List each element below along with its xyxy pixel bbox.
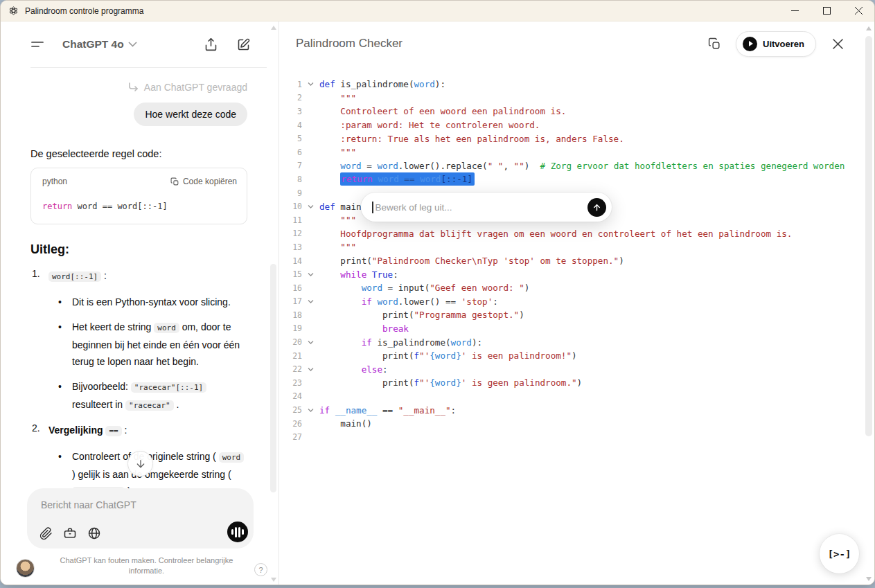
play-icon	[743, 37, 757, 51]
code-language-label: python	[42, 177, 67, 186]
code-area[interactable]: 1def is_palindrome(word):2 """3 Controle…	[279, 78, 863, 585]
item-title: word[::-1] :	[48, 267, 247, 285]
sidebar-scrollbar[interactable]	[269, 24, 278, 583]
bullet-item: •Dit is een Python-syntax voor slicing.	[48, 294, 247, 310]
code-line[interactable]: 21 print(f"'{word}' is een palindroom!")	[279, 349, 863, 363]
code-line[interactable]: 12 Hoofdprogramma dat blijft vragen om e…	[279, 227, 863, 241]
code-line[interactable]: 14 print("Palindroom Checker\nTyp 'stop'…	[279, 254, 863, 268]
copy-canvas-button[interactable]	[702, 32, 726, 55]
line-number: 22	[279, 364, 302, 374]
code-snippet-card: python Code kopiëren return word == word…	[30, 168, 247, 224]
code-line[interactable]: 24	[279, 390, 863, 404]
inline-code: "racecar"	[125, 400, 174, 411]
scrollbar-up-arrow[interactable]	[866, 26, 872, 30]
fold-chevron-icon[interactable]	[302, 340, 319, 345]
share-icon[interactable]	[204, 37, 218, 52]
code-line[interactable]: 3 Controleert of een woord een palindroo…	[279, 105, 863, 118]
explanation-heading: Uitleg:	[30, 242, 247, 257]
code-text: return word == word[::-1]	[319, 174, 863, 184]
fold-chevron-icon[interactable]	[302, 272, 319, 277]
line-number: 27	[279, 432, 302, 442]
composer-placeholder[interactable]: Bericht naar ChatGPT	[41, 499, 244, 510]
code-line[interactable]: 17 if word.lower() == 'stop':	[279, 295, 863, 309]
fold-chevron-icon[interactable]	[302, 408, 319, 413]
message-composer[interactable]: Bericht naar ChatGPT	[27, 488, 254, 549]
maximize-button[interactable]	[811, 1, 842, 21]
code-line[interactable]: 22 else:	[279, 362, 863, 376]
send-edit-button[interactable]	[587, 198, 606, 217]
scroll-to-bottom-button[interactable]	[127, 451, 153, 476]
code-line[interactable]: 20 if is_palindrome(word):	[279, 335, 863, 349]
code-line[interactable]: 6 """	[279, 145, 863, 159]
sidebar-toggle-icon[interactable]	[31, 39, 44, 50]
code-text: print(f"'{word}' is geen palindroom.")	[319, 377, 863, 388]
model-selector[interactable]: ChatGPT 4o	[62, 38, 137, 51]
voice-mode-button[interactable]	[227, 522, 248, 542]
code-text: if is_palindrome(word):	[319, 337, 863, 348]
user-avatar[interactable]	[16, 559, 35, 578]
copy-code-label: Code kopiëren	[183, 177, 237, 186]
item-title: Vergelijking == :	[48, 421, 247, 440]
inline-code: word	[219, 452, 245, 463]
fold-chevron-icon[interactable]	[302, 82, 319, 87]
code-line[interactable]: 8 return word == word[::-1]	[279, 172, 863, 186]
code-line[interactable]: 18 print("Programma gestopt.")	[279, 308, 863, 322]
code-line[interactable]: 2 """	[279, 91, 863, 105]
tools-icon[interactable]	[62, 526, 78, 541]
code-line[interactable]: 4 :param word: Het te controleren woord.	[279, 118, 863, 132]
code-text: main()	[319, 418, 863, 429]
code-line[interactable]: 25if __name__ == "__main__":	[279, 403, 863, 417]
new-chat-icon[interactable]	[236, 37, 251, 52]
user-message-bubble[interactable]: Hoe werkt deze code	[134, 103, 247, 126]
inline-code: word	[154, 323, 179, 333]
asked-indicator: Aan ChatGPT gevraagd	[30, 82, 247, 93]
code-line[interactable]: 15 while True:	[279, 267, 863, 281]
code-text: else:	[319, 364, 863, 375]
canvas-scrollbar[interactable]	[865, 25, 874, 582]
scrollbar-thumb[interactable]	[270, 264, 276, 492]
code-text: if word.lower() == 'stop':	[319, 296, 863, 307]
line-number: 10	[279, 202, 302, 211]
fold-chevron-icon[interactable]	[302, 299, 319, 304]
selection-highlight: return word == word[::-1]	[340, 172, 475, 186]
scrollbar-down-arrow[interactable]	[866, 577, 872, 581]
edit-popup[interactable]: Bewerk of leg uit...	[361, 193, 612, 222]
line-number: 12	[279, 229, 302, 238]
close-canvas-button[interactable]	[826, 32, 849, 55]
code-line[interactable]: 7 word = word.lower().replace(" ", "") #…	[279, 159, 863, 173]
code-line[interactable]: 5 :return: True als het een palindroom i…	[279, 132, 863, 145]
inline-code: "racecar"[::-1]	[131, 382, 206, 393]
close-window-button[interactable]	[842, 1, 874, 21]
fold-chevron-icon[interactable]	[302, 367, 319, 372]
edit-popup-placeholder[interactable]: Bewerk of leg uit...	[375, 202, 588, 213]
code-line[interactable]: 27	[279, 430, 863, 444]
scrollbar-down-arrow[interactable]	[271, 578, 276, 582]
bullet-item: •Het keert de string word om, door te be…	[48, 319, 247, 370]
bullet-item: •Bijvoorbeeld: "racecar"[::-1] resulteer…	[48, 378, 247, 414]
code-line[interactable]: 1def is_palindrome(word):	[279, 78, 863, 91]
copy-code-button[interactable]: Code kopiëren	[170, 177, 237, 186]
fold-chevron-icon[interactable]	[302, 204, 319, 209]
web-search-icon[interactable]	[87, 526, 102, 541]
canvas-title: Palindroom Checker	[296, 37, 403, 51]
line-number: 23	[279, 378, 302, 388]
code-line[interactable]: 26 main()	[279, 417, 863, 431]
line-number: 15	[279, 269, 302, 279]
scrollbar-up-arrow[interactable]	[271, 26, 276, 30]
scrollbar-thumb[interactable]	[865, 36, 872, 436]
waveform-icon	[231, 529, 233, 535]
run-button[interactable]: Uitvoeren	[736, 31, 816, 57]
code-line[interactable]: 19 break	[279, 322, 863, 336]
console-fab-button[interactable]: [>-]	[820, 534, 859, 573]
code-line[interactable]: 16 word = input("Geef een woord: ")	[279, 281, 863, 295]
code-text: break	[319, 323, 863, 334]
code-line[interactable]: 13 """	[279, 240, 863, 254]
explanation-item: 1.word[::-1] :•Dit is een Python-syntax …	[30, 267, 247, 414]
line-number: 8	[279, 175, 302, 184]
minimize-button[interactable]	[779, 1, 811, 21]
code-line[interactable]: 23 print(f"'{word}' is geen palindroom."…	[279, 376, 863, 390]
attachment-icon[interactable]	[38, 526, 53, 541]
line-number: 7	[279, 161, 302, 170]
chatgpt-logo-icon	[8, 5, 19, 17]
help-button[interactable]: ?	[254, 563, 267, 576]
